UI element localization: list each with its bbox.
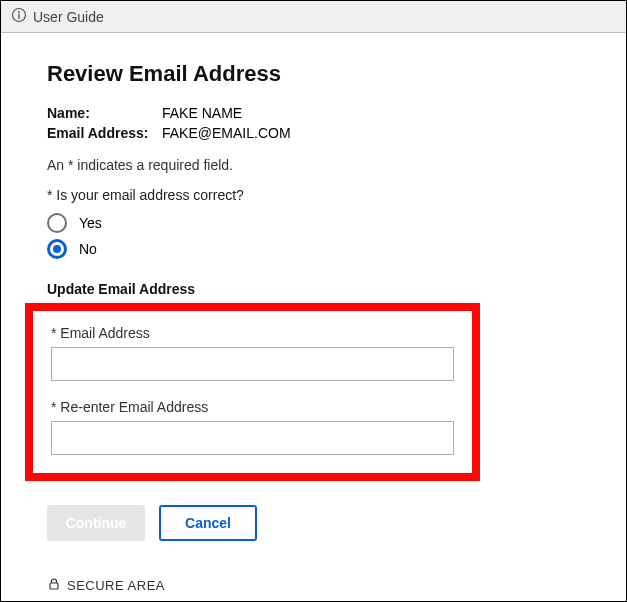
svg-point-1 xyxy=(18,11,20,13)
button-row: Continue Cancel xyxy=(47,505,580,541)
summary-name-label: Name: xyxy=(47,105,162,121)
radio-yes[interactable]: Yes xyxy=(47,213,580,233)
reenter-field-label: * Re-enter Email Address xyxy=(51,399,454,415)
summary-email-label: Email Address: xyxy=(47,125,162,141)
highlight-box: * Email Address * Re-enter Email Address xyxy=(25,303,480,481)
cancel-button[interactable]: Cancel xyxy=(159,505,257,541)
update-email-heading: Update Email Address xyxy=(47,281,580,297)
summary-name-value: FAKE NAME xyxy=(162,105,242,121)
email-field-label: * Email Address xyxy=(51,325,454,341)
content-area: Review Email Address Name: FAKE NAME Ema… xyxy=(1,33,626,602)
reenter-email-field[interactable] xyxy=(51,421,454,455)
continue-button[interactable]: Continue xyxy=(47,505,145,541)
lock-icon xyxy=(47,577,67,594)
radio-dot-icon xyxy=(53,245,61,253)
app-frame: User Guide Review Email Address Name: FA… xyxy=(0,0,627,602)
radio-no[interactable]: No xyxy=(47,239,580,259)
info-icon xyxy=(11,7,33,26)
summary-email-row: Email Address: FAKE@EMAIL.COM xyxy=(47,125,580,141)
email-field-block: * Email Address xyxy=(51,325,454,381)
radio-circle-icon xyxy=(47,213,67,233)
secure-area-indicator: SECURE AREA xyxy=(47,577,580,594)
email-correct-question: * Is your email address correct? xyxy=(47,187,580,203)
radio-circle-checked-icon xyxy=(47,239,67,259)
svg-rect-2 xyxy=(18,14,19,19)
page-title: Review Email Address xyxy=(47,61,580,87)
topbar: User Guide xyxy=(1,1,626,33)
summary-email-value: FAKE@EMAIL.COM xyxy=(162,125,291,141)
svg-rect-3 xyxy=(50,583,58,589)
reenter-field-block: * Re-enter Email Address xyxy=(51,399,454,455)
required-hint: An * indicates a required field. xyxy=(47,157,580,173)
summary-name-row: Name: FAKE NAME xyxy=(47,105,580,121)
radio-yes-label: Yes xyxy=(79,215,102,231)
radio-no-label: No xyxy=(79,241,97,257)
email-field[interactable] xyxy=(51,347,454,381)
user-guide-link[interactable]: User Guide xyxy=(33,9,104,25)
secure-area-label: SECURE AREA xyxy=(67,578,165,593)
